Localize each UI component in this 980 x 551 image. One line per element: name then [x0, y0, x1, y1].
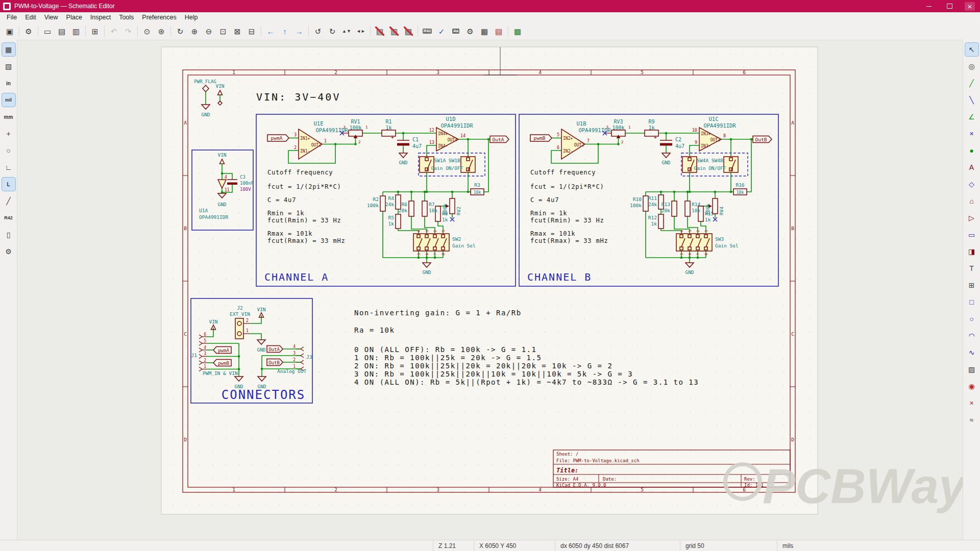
ortho-lines-mode-button[interactable]: L	[2, 178, 15, 191]
erc-button[interactable]: ✓	[435, 24, 448, 38]
select-tool-button[interactable]: ↖	[965, 43, 978, 56]
junction-button[interactable]: ●	[965, 144, 978, 157]
properties-panel-button[interactable]: ⚙	[2, 245, 15, 258]
hierarchical-label-button[interactable]: ▷	[965, 211, 978, 224]
bus-definitions-button[interactable]: ⚙	[463, 24, 477, 38]
menu-tools[interactable]: Tools	[115, 14, 138, 21]
text-button[interactable]: T	[965, 262, 978, 275]
directive-label-button[interactable]: ◇	[965, 178, 978, 191]
circle-button[interactable]: ○	[965, 312, 978, 325]
refresh-button[interactable]: ↻	[174, 24, 187, 38]
arc-button[interactable]: ◠	[965, 329, 978, 342]
maximize-button[interactable]	[939, 0, 960, 12]
print-button[interactable]: ▤	[55, 24, 68, 38]
schematic-setup-button[interactable]: ⚙	[22, 24, 35, 38]
zoom-objects-button[interactable]: ⊠	[231, 24, 244, 38]
annotate-button[interactable]: R42	[421, 24, 434, 38]
menu-place[interactable]: Place	[62, 14, 86, 21]
grid-overrides-icon: ▧	[5, 63, 12, 70]
schematic-canvas[interactable]: 112233445566AABBCCDDPWR_FLAGGNDVINVIN: 3…	[17, 40, 963, 540]
window-titlebar: PWM-to-Voltage — Schematic Editor ×	[0, 0, 980, 12]
schematic-text: R6	[402, 202, 408, 207]
schematic-text: Size: A4	[556, 477, 578, 482]
find-button[interactable]: ⊙	[140, 24, 154, 38]
close-button[interactable]: ×	[960, 0, 980, 12]
schematic-text: 8	[442, 253, 446, 255]
text-box-button[interactable]: ⊞	[965, 279, 978, 292]
zoom-out-button[interactable]: ⊖	[202, 24, 215, 38]
sheet-pin-button[interactable]: ◨	[965, 245, 978, 258]
menu-preferences[interactable]: Preferences	[138, 14, 180, 21]
menu-file[interactable]: File	[3, 14, 21, 21]
measure-button[interactable]: ≈	[965, 413, 978, 427]
no-connect-button[interactable]: ×	[965, 127, 978, 140]
bezier-button[interactable]: ∿	[965, 346, 978, 359]
rectangle-button[interactable]: □	[965, 295, 978, 309]
menu-view[interactable]: View	[40, 14, 62, 21]
zoom-page-button[interactable]: ⊡	[216, 24, 230, 38]
units-mils-button[interactable]: mil	[2, 93, 15, 107]
find-replace-button[interactable]: ⊛	[155, 24, 168, 38]
open-pcb-editor-button[interactable]: ▩	[511, 24, 524, 38]
edit-library-links-button[interactable]: ▥	[387, 24, 401, 38]
grid-overrides-button[interactable]: ▧	[2, 60, 15, 73]
rotate-cw-button[interactable]: ↻	[326, 24, 339, 38]
mirror-vertical-button[interactable]: ▲▼	[340, 24, 353, 38]
hv-lines-mode-button[interactable]: ∟	[2, 161, 15, 174]
units-inches-button[interactable]: in	[2, 77, 15, 90]
schematic-text: pwmA	[218, 348, 229, 353]
menu-inspect[interactable]: Inspect	[86, 14, 115, 21]
grid-visibility-icon: ▦	[5, 46, 12, 53]
crosshair-style-button[interactable]: +	[2, 127, 15, 140]
draw-wire-button[interactable]: ╱	[965, 77, 978, 90]
nav-up-button[interactable]: ↑	[278, 24, 291, 38]
junction-icon: ●	[969, 147, 973, 154]
redo-icon: ↷	[125, 28, 132, 35]
free-angle-mode-button[interactable]: ╱	[2, 194, 15, 208]
zoom-in-button[interactable]: ⊕	[188, 24, 201, 38]
rotate-ccw-button[interactable]: ↺	[311, 24, 325, 38]
hidden-pins-button[interactable]: ○	[2, 144, 15, 157]
junction-dot	[687, 191, 689, 193]
schematic-text: 12	[429, 128, 434, 133]
mirror-horizontal-button[interactable]: ◄►	[354, 24, 368, 38]
grid-visibility-button[interactable]: ▦	[2, 43, 15, 56]
undo-button[interactable]: ↶	[107, 24, 120, 38]
junction-dot	[697, 257, 699, 259]
menu-help[interactable]: Help	[181, 14, 202, 21]
menu-edit[interactable]: Edit	[21, 14, 40, 21]
redo-button[interactable]: ↷	[121, 24, 135, 38]
measure-icon: ≈	[970, 416, 974, 423]
edit-symbol-fields-button[interactable]: ▤	[373, 24, 386, 38]
bom-button[interactable]: ▤	[492, 24, 505, 38]
page-settings-button[interactable]: ▭	[41, 24, 54, 38]
highlight-net-button[interactable]: ◎	[965, 60, 978, 73]
junction-dot	[689, 257, 691, 259]
plot-button[interactable]: ▥	[69, 24, 83, 38]
paste-button[interactable]: ⊞	[88, 24, 102, 38]
edit-library-links-icon: ▥	[390, 28, 398, 35]
zoom-selection-button[interactable]: ⊟	[245, 24, 258, 38]
net-navigator-button[interactable]: R42	[2, 211, 15, 224]
draw-bus-button[interactable]: ╲	[965, 93, 978, 107]
image-button[interactable]: ▨	[965, 363, 978, 376]
schematic-text: R2	[373, 196, 379, 202]
dip-switch[interactable]	[676, 234, 712, 251]
save-button[interactable]: ▣	[3, 24, 16, 38]
sim-probe-button[interactable]: ◉	[965, 380, 978, 393]
text-properties-button[interactable]: Aa	[449, 24, 462, 38]
symbol-checker-button[interactable]: ▧	[402, 24, 415, 38]
net-label-button[interactable]: A	[965, 161, 978, 174]
global-label-button[interactable]: ⌂	[965, 194, 978, 208]
units-mm-button[interactable]: mm	[2, 110, 15, 123]
hierarchy-navigator-button[interactable]: ▯	[2, 228, 15, 241]
wire-to-bus-entry-button[interactable]: ∠	[965, 110, 978, 123]
minimize-button[interactable]	[919, 0, 939, 12]
delete-tool-button[interactable]: ×	[965, 396, 978, 410]
sheet-button[interactable]: ▭	[965, 228, 978, 241]
application-window: PWM-to-Voltage — Schematic Editor × File…	[0, 0, 980, 551]
nav-back-button[interactable]: ←	[264, 24, 277, 38]
dip-switch[interactable]	[413, 234, 449, 251]
nav-forward-button[interactable]: →	[292, 24, 306, 38]
symbol-fields-table-button[interactable]: ▦	[478, 24, 491, 38]
